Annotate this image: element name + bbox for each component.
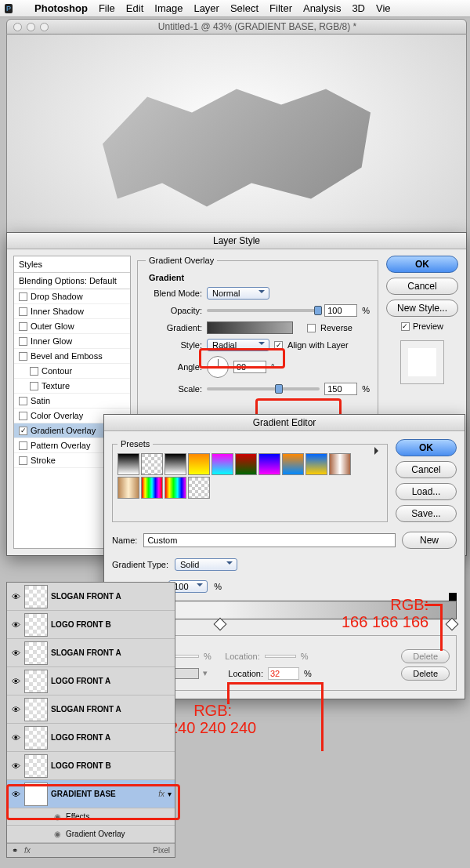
checkbox-icon[interactable] [19, 337, 27, 346]
menu-layer[interactable]: Layer [193, 2, 219, 14]
zoom-icon[interactable] [40, 23, 49, 31]
style-texture[interactable]: Texture [14, 379, 130, 394]
visibility-icon[interactable] [10, 789, 21, 800]
scale-input[interactable]: 150 [324, 383, 357, 395]
checkbox-checked-icon[interactable] [19, 427, 27, 435]
menu-filter[interactable]: Filter [269, 2, 292, 14]
stop-location-input[interactable] [265, 655, 296, 658]
style-drop-shadow[interactable]: Drop Shadow [14, 289, 130, 304]
menu-file[interactable]: File [99, 2, 115, 14]
stop-location-input[interactable]: 32 [268, 667, 299, 680]
preset-swatch[interactable] [212, 453, 233, 475]
preset-swatch[interactable] [118, 453, 139, 475]
layer-row[interactable]: SLOGAN FRONT A [7, 583, 175, 611]
preset-swatch[interactable] [258, 453, 280, 475]
preview-checkbox[interactable] [401, 322, 410, 331]
layer-effects[interactable]: Effects [7, 808, 175, 826]
angle-wheel[interactable] [207, 356, 229, 378]
color-stop-icon[interactable] [214, 618, 227, 631]
checkbox-icon[interactable] [19, 307, 27, 316]
checkbox-icon[interactable] [19, 441, 27, 450]
delete-button[interactable]: Delete [401, 649, 450, 663]
opacity-slider[interactable] [207, 309, 320, 312]
scale-slider[interactable] [207, 387, 320, 390]
visibility-icon[interactable] [10, 591, 21, 602]
styles-header[interactable]: Styles [14, 256, 130, 273]
menu-select[interactable]: Select [230, 2, 258, 14]
preset-swatch[interactable] [282, 453, 304, 475]
blend-mode-select[interactable]: Normal [207, 287, 269, 300]
blending-options[interactable]: Blending Options: Default [14, 273, 130, 289]
minimize-icon[interactable] [27, 23, 35, 31]
gradient-swatch[interactable] [207, 321, 293, 334]
menu-analysis[interactable]: Analysis [303, 2, 341, 14]
opacity-input[interactable]: 100 [324, 304, 357, 317]
layer-row[interactable]: SLOGAN FRONT A [7, 695, 175, 724]
load-button[interactable]: Load... [396, 483, 457, 500]
presets-menu-icon[interactable] [374, 447, 382, 455]
align-checkbox[interactable] [274, 341, 283, 350]
checkbox-icon[interactable] [19, 412, 27, 420]
delete-button[interactable]: Delete [401, 666, 450, 681]
preset-swatch[interactable] [188, 477, 210, 499]
gradient-type-select[interactable]: Solid [175, 558, 237, 571]
link-icon[interactable]: ⚭ [12, 846, 18, 855]
preset-swatch[interactable] [164, 453, 186, 475]
checkbox-icon[interactable] [19, 292, 27, 301]
style-inner-shadow[interactable]: Inner Shadow [14, 304, 130, 319]
style-inner-glow[interactable]: Inner Glow [14, 334, 130, 349]
chevron-down-icon[interactable]: ▾ [168, 790, 172, 798]
layer-row[interactable]: LOGO FRONT A [7, 724, 175, 752]
style-bevel-emboss[interactable]: Bevel and Emboss [14, 349, 130, 364]
menu-view[interactable]: Vie [376, 2, 391, 14]
visibility-icon[interactable] [10, 704, 21, 715]
preset-swatch[interactable] [235, 453, 257, 475]
cancel-button[interactable]: Cancel [396, 461, 457, 478]
angle-input[interactable]: 90 [233, 361, 266, 373]
preset-swatch[interactable] [141, 477, 163, 499]
fx-icon[interactable]: fx [24, 846, 31, 855]
checkbox-icon[interactable] [30, 367, 38, 376]
menu-3d[interactable]: 3D [352, 2, 365, 14]
checkbox-icon[interactable] [19, 456, 27, 465]
style-satin[interactable]: Satin [14, 394, 130, 409]
preset-swatch[interactable] [306, 453, 327, 475]
ok-button[interactable]: OK [386, 256, 458, 273]
visibility-icon[interactable] [10, 619, 21, 630]
close-icon[interactable] [13, 23, 22, 31]
preset-swatch[interactable] [329, 453, 351, 475]
preset-swatch[interactable] [141, 453, 163, 475]
layer-effect-gradient-overlay[interactable]: Gradient Overlay [7, 826, 175, 843]
app-name[interactable]: Photoshop [34, 2, 88, 14]
fx-badge[interactable]: fx [158, 790, 164, 798]
layer-row[interactable]: LOGO FRONT A [7, 667, 175, 695]
cancel-button[interactable]: Cancel [386, 278, 458, 295]
visibility-icon[interactable] [10, 761, 21, 772]
layer-row[interactable]: LOGO FRONT B [7, 611, 175, 639]
style-outer-glow[interactable]: Outer Glow [14, 319, 130, 334]
preset-swatch[interactable] [118, 477, 139, 499]
checkbox-icon[interactable] [30, 382, 38, 390]
visibility-icon[interactable] [10, 732, 21, 743]
new-style-button[interactable]: New Style... [386, 300, 458, 317]
reverse-checkbox[interactable] [307, 324, 316, 332]
opacity-stop-icon[interactable] [449, 593, 457, 601]
save-button[interactable]: Save... [396, 505, 457, 522]
style-contour[interactable]: Contour [14, 364, 130, 379]
ok-button[interactable]: OK [396, 439, 457, 456]
document-titlebar[interactable]: Untitled-1 @ 43% (GRADIENT BASE, RGB/8) … [6, 19, 467, 35]
preset-swatch[interactable] [188, 453, 210, 475]
menu-image[interactable]: Image [154, 2, 183, 14]
checkbox-icon[interactable] [19, 322, 27, 331]
menu-edit[interactable]: Edit [126, 2, 143, 14]
name-input[interactable] [143, 533, 396, 547]
checkbox-icon[interactable] [19, 352, 27, 361]
layer-row[interactable]: SLOGAN FRONT A [7, 639, 175, 667]
layer-row[interactable]: LOGO FRONT B [7, 752, 175, 780]
checkbox-icon[interactable] [19, 397, 27, 405]
layer-row-selected[interactable]: GRADIENT BASEfx▾ [7, 780, 175, 808]
new-button[interactable]: New [402, 532, 457, 549]
visibility-icon[interactable] [10, 676, 21, 687]
preset-swatch[interactable] [164, 477, 186, 499]
color-stop-icon[interactable] [446, 618, 459, 631]
